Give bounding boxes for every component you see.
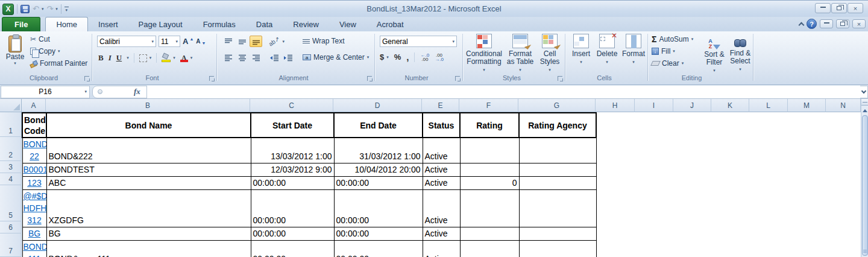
cell-status[interactable]: Active [423,177,460,190]
workbook-restore-button[interactable] [836,19,849,28]
cell-rating-agency[interactable] [519,241,596,257]
decrease-indent-button[interactable] [268,52,281,63]
header-status[interactable]: Status [423,113,460,138]
cell-start-date[interactable]: 00:00:00 [251,177,334,190]
expand-formula-bar-button[interactable] [860,91,867,93]
format-painter-button[interactable]: Format Painter [30,59,87,68]
format-as-table-button[interactable]: Format as Table ▾ [505,34,535,74]
cell-start-date[interactable]: 00:00:00 [251,190,334,227]
autosum-button[interactable]: ΣAutoSum▾ [652,35,693,43]
bond-code-link[interactable]: HDFH1 [24,202,46,214]
cell-bond-name[interactable]: BOND&222 [46,138,251,163]
align-right-button[interactable] [250,52,262,63]
bond-code-link[interactable]: 312 [24,214,46,226]
bond-code-link[interactable]: BOND2 [24,138,46,150]
row-header-3[interactable]: 3 [0,161,22,173]
help-button[interactable]: ? [807,19,817,29]
comma-style-button[interactable]: , [406,52,409,62]
cell-end-date[interactable]: 00:00:00 [334,177,423,190]
clipboard-dialog-launcher[interactable] [84,76,89,81]
cell-bond-name[interactable]: BG [46,227,251,241]
accounting-format-button[interactable]: $▾ [380,52,389,62]
tab-view[interactable]: View [329,17,366,32]
underline-button[interactable]: U [116,53,122,63]
clear-button[interactable]: Clear▾ [652,59,693,68]
cell-rating[interactable] [460,163,519,177]
find-select-button[interactable]: Find & Select ▾ [728,35,753,73]
cell-rating-agency[interactable] [519,138,596,163]
close-button[interactable]: × [848,3,863,13]
scroll-up-button[interactable] [862,107,868,114]
bond-code-link[interactable]: 111 [24,253,46,257]
percent-style-button[interactable]: % [394,52,401,62]
tab-review[interactable]: Review [283,17,329,32]
cell-styles-button[interactable]: Cell Styles ▾ [536,34,563,74]
cell-bond-name[interactable]: XZGDFG [46,190,251,227]
cell-status[interactable]: Active [423,227,460,241]
number-dialog-launcher[interactable] [455,76,460,81]
cell-end-date[interactable]: 00:00:00 [334,190,423,227]
cell-start-date[interactable]: 12/03/2012 9:00 [251,163,334,177]
cell-rating[interactable] [460,190,519,227]
cell-status[interactable]: Active [423,138,460,163]
cell-bond-code[interactable]: BOND1111 [22,241,46,257]
workbook-close-button[interactable]: × [852,19,866,28]
minimize-button[interactable] [815,3,831,13]
column-header-E[interactable]: E [422,99,459,112]
align-top-button[interactable] [222,36,234,47]
cell-bond-code[interactable]: BOND222 [22,138,46,163]
delete-cells-button[interactable]: ✕ Delete ▾ [594,34,620,66]
cell-rating[interactable] [460,138,519,163]
column-header-N[interactable]: N [826,99,861,112]
copy-button[interactable]: Copy▾ [30,47,87,56]
borders-button[interactable]: ▾ [139,54,152,62]
cell-bond-name[interactable]: ABC [46,177,251,190]
tab-acrobat[interactable]: Acrobat [366,17,414,32]
column-header-K[interactable]: K [711,99,749,112]
align-center-button[interactable] [236,52,248,63]
cut-button[interactable]: ✂Cut [30,35,87,43]
tab-formulas[interactable]: Formulas [193,17,246,32]
header-bond-name[interactable]: Bond Name [46,113,251,138]
number-format-combo[interactable]: General▾ [380,36,457,47]
cell-bond-code[interactable]: B0001 [22,163,46,177]
styles-dialog-launcher[interactable] [558,76,562,81]
paste-button[interactable]: Paste ▾ [4,34,27,80]
undo-button[interactable]: ↶▾ [33,5,43,13]
font-dialog-launcher[interactable] [209,76,214,81]
save-icon[interactable] [20,5,30,13]
cell-rating-agency[interactable] [519,177,596,190]
bond-code-link[interactable]: 123 [24,177,46,189]
header-rating-agency[interactable]: Rating Agency [519,113,596,138]
fill-button[interactable]: ↓Fill▾ [652,47,693,56]
tab-file[interactable]: File [2,17,40,31]
tab-insert[interactable]: Insert [88,17,128,32]
header-bond-code[interactable]: Bond Code [22,113,46,138]
header-end-date[interactable]: End Date [334,113,423,138]
align-left-button[interactable] [222,52,234,63]
cell-rating-agency[interactable] [519,163,596,177]
cell-rating[interactable] [460,241,519,257]
column-header-I[interactable]: I [635,99,673,112]
cell-start-date[interactable]: 00:00:00 [251,241,334,257]
sort-filter-button[interactable]: AZ Sort & Filter ▾ [701,35,728,74]
font-color-button[interactable]: A▾ [180,54,193,62]
bond-code-link[interactable]: @#$DF [24,190,46,202]
bond-code-link[interactable]: B0001 [24,163,46,176]
bond-code-link[interactable]: BOND1 [24,241,46,253]
row-header-5[interactable]: 5 [0,185,22,221]
column-header-M[interactable]: M [788,99,826,112]
excel-logo-icon[interactable]: X [2,4,14,15]
fill-color-button[interactable]: ▾ [162,54,175,62]
column-header-B[interactable]: B [46,99,250,112]
insert-function-button[interactable]: fx [134,87,140,97]
redo-button[interactable]: ↷▾ [46,5,57,13]
cell-rating[interactable] [460,227,519,241]
select-all-corner[interactable] [0,99,22,112]
column-header-J[interactable]: J [673,99,711,112]
collapse-ribbon-icon[interactable] [799,22,805,28]
row-header-1[interactable]: 1 [0,112,22,137]
row-header-4[interactable]: 4 [0,173,22,185]
cell-end-date[interactable]: 00:00:00 [334,241,423,257]
cell-bond-code[interactable]: BG [22,227,46,241]
